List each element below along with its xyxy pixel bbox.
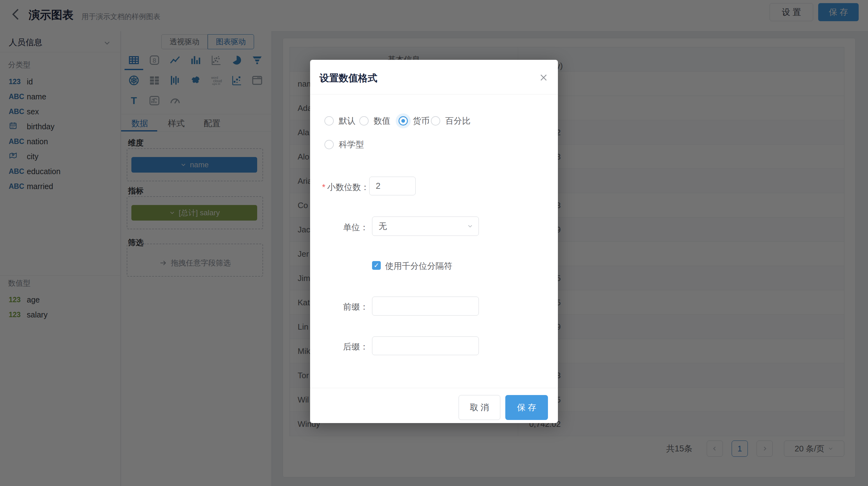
radio-label: 数值 [374,115,391,126]
unit-select[interactable]: 无 [372,217,479,236]
format-radio-百分比[interactable]: 百分比 [431,115,470,126]
radio-label: 货币 [413,115,430,126]
prefix-label: 前缀： [306,301,368,312]
app-root: 演示图表 用于演示文档的样例图表 设 置 保 存 人员信息 分类型 123idA… [0,0,868,486]
dialog-save-button[interactable]: 保 存 [505,395,548,420]
unit-label: 单位： [306,222,368,233]
divider [310,388,558,388]
radio-icon [431,116,440,125]
dialog-title: 设置数值格式 [319,72,377,85]
format-radio-默认[interactable]: 默认 [324,115,355,126]
suffix-label: 后缀： [306,341,368,352]
divider [310,94,558,94]
decimal-places-label: *小数位数： [307,182,369,193]
radio-icon [324,140,334,149]
radio-icon [399,116,408,125]
cancel-button[interactable]: 取 消 [459,395,500,420]
decimal-places-input[interactable]: 2 [369,177,415,195]
format-radio-数值[interactable]: 数值 [359,115,391,126]
suffix-input[interactable] [372,337,479,355]
close-icon[interactable] [539,73,548,82]
unit-select-value: 无 [379,221,387,232]
format-radio-科学型[interactable]: 科学型 [324,139,364,150]
radio-icon [359,116,369,125]
radio-label: 科学型 [339,139,364,150]
format-radio-货币[interactable]: 货币 [399,115,430,126]
radio-label: 百分比 [445,115,470,126]
required-asterisk: * [322,182,326,192]
number-format-dialog: 设置数值格式 默认数值货币百分比科学型 *小数位数： 2 单位： 无 ✓ 使用千… [310,60,558,423]
prefix-input[interactable] [372,296,479,316]
chevron-down-icon [467,223,473,230]
thousands-separator-checkbox[interactable]: ✓ [372,261,381,270]
radio-icon [324,116,334,125]
radio-label: 默认 [339,115,355,126]
thousands-separator-label: 使用千分位分隔符 [385,260,453,271]
